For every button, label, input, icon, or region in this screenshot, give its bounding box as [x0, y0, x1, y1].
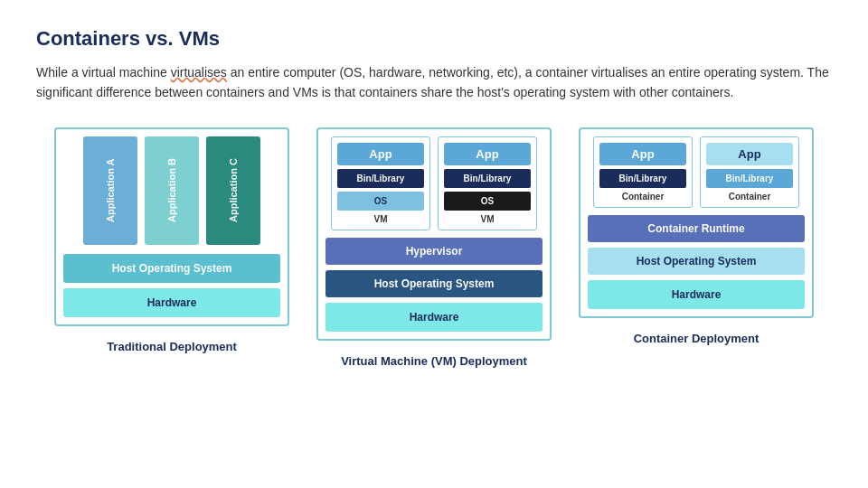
vm2-binlib: Bin/Library [444, 169, 531, 188]
vm2-label: VM [444, 214, 531, 224]
vm-label: Virtual Machine (VM) Deployment [341, 353, 527, 370]
cont1-label: Container [599, 192, 686, 202]
traditional-hardware: Hardware [63, 288, 280, 317]
container-hardware: Hardware [588, 280, 805, 309]
vm1-app: App [337, 143, 424, 165]
container-label: Container Deployment [634, 331, 760, 347]
traditional-label: Traditional Deployment [107, 339, 237, 355]
traditional-apps: Application A Application B Application … [63, 136, 280, 245]
container-deployment-diagram: App Bin/Library Container App Bin/Librar… [579, 127, 814, 347]
containers: App Bin/Library Container App Bin/Librar… [588, 136, 805, 208]
container-host-os: Host Operating System [588, 248, 805, 275]
traditional-outer-box: Application A Application B Application … [54, 127, 289, 326]
cont2-binlib: Bin/Library [706, 169, 793, 188]
application-b: Application B [145, 136, 199, 245]
container-box-1: App Bin/Library Container [593, 136, 693, 208]
page-title: Containers vs. VMs [36, 27, 832, 51]
vm-machines: App Bin/Library OS VM App Bin/Library OS… [326, 136, 542, 230]
vm-hypervisor: Hypervisor [326, 238, 542, 265]
diagrams-container: Application A Application B Application … [36, 127, 832, 370]
vm-hardware: Hardware [326, 303, 542, 332]
vm-box-2: App Bin/Library OS VM [438, 136, 537, 230]
cont1-binlib: Bin/Library [599, 169, 686, 188]
vm-outer-box: App Bin/Library OS VM App Bin/Library OS… [316, 127, 552, 341]
vm2-os: OS [444, 192, 531, 211]
vm-box-1: App Bin/Library OS VM [331, 136, 430, 230]
intro-text: While a virtual machine virtualises an e… [36, 63, 832, 102]
vm1-binlib: Bin/Library [337, 169, 424, 188]
traditional-host-os: Host Operating System [63, 254, 280, 283]
container-outer-box: App Bin/Library Container App Bin/Librar… [579, 127, 814, 318]
vm2-app: App [444, 143, 531, 165]
cont2-label: Container [706, 192, 793, 202]
vm-deployment-diagram: App Bin/Library OS VM App Bin/Library OS… [316, 127, 552, 370]
application-c: Application C [206, 136, 260, 245]
vm1-os: OS [337, 192, 424, 211]
cont1-app: App [599, 143, 686, 165]
container-box-2: App Bin/Library Container [700, 136, 799, 208]
traditional-deployment-diagram: Application A Application B Application … [54, 127, 289, 355]
application-a: Application A [83, 136, 137, 245]
vm1-label: VM [337, 214, 424, 224]
cont2-app: App [706, 143, 793, 165]
container-runtime: Container Runtime [588, 215, 805, 242]
vm-host-os: Host Operating System [326, 270, 542, 297]
